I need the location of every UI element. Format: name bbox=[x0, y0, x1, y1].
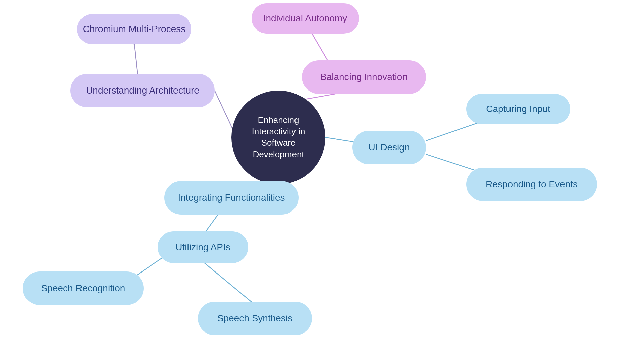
node-chromium[interactable]: Chromium Multi-Process bbox=[77, 14, 191, 44]
node-utilizing-apis[interactable]: Utilizing APIs bbox=[158, 231, 248, 263]
node-individual-autonomy[interactable]: Individual Autonomy bbox=[252, 3, 359, 34]
node-speech-recognition[interactable]: Speech Recognition bbox=[23, 272, 144, 305]
node-balancing-innovation[interactable]: Balancing Innovation bbox=[302, 60, 426, 94]
node-speech-synthesis[interactable]: Speech Synthesis bbox=[198, 302, 312, 335]
svg-line-10 bbox=[205, 263, 253, 303]
node-responding-to-events[interactable]: Responding to Events bbox=[466, 168, 597, 201]
node-capturing-input[interactable]: Capturing Input bbox=[466, 94, 570, 124]
node-integrating-functionalities[interactable]: Integrating Functionalities bbox=[164, 181, 299, 215]
center-node: Enhancing Interactivity in Software Deve… bbox=[231, 90, 325, 184]
svg-line-8 bbox=[205, 215, 218, 233]
node-understanding[interactable]: Understanding Architecture bbox=[70, 74, 215, 107]
node-ui-design[interactable]: UI Design bbox=[352, 131, 426, 164]
